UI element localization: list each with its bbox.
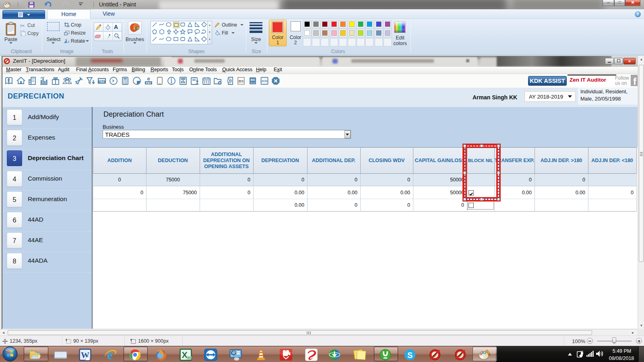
svg-text:3CD: 3CD xyxy=(261,79,268,83)
svg-text:SCH: SCH xyxy=(250,82,255,84)
svg-text:e: e xyxy=(147,76,150,82)
svg-text:PAY: PAY xyxy=(146,82,151,84)
svg-text:BS: BS xyxy=(250,78,255,82)
svg-text:S: S xyxy=(407,351,413,360)
svg-text:BS: BS xyxy=(238,79,244,83)
svg-text:TAX: TAX xyxy=(99,80,105,83)
